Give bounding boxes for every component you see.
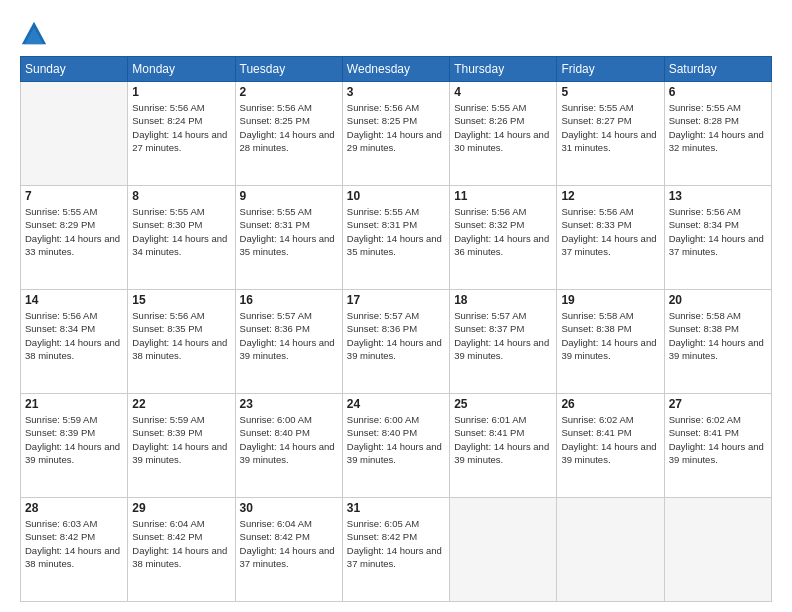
calendar-header-sunday: Sunday (21, 57, 128, 82)
calendar-cell: 31Sunrise: 6:05 AMSunset: 8:42 PMDayligh… (342, 498, 449, 602)
day-info: Sunrise: 6:01 AMSunset: 8:41 PMDaylight:… (454, 413, 552, 466)
day-number: 6 (669, 85, 767, 99)
calendar-week-row: 7Sunrise: 5:55 AMSunset: 8:29 PMDaylight… (21, 186, 772, 290)
day-info: Sunrise: 5:55 AMSunset: 8:29 PMDaylight:… (25, 205, 123, 258)
calendar-week-row: 28Sunrise: 6:03 AMSunset: 8:42 PMDayligh… (21, 498, 772, 602)
day-info: Sunrise: 5:56 AMSunset: 8:25 PMDaylight:… (240, 101, 338, 154)
calendar-cell: 21Sunrise: 5:59 AMSunset: 8:39 PMDayligh… (21, 394, 128, 498)
day-number: 3 (347, 85, 445, 99)
day-number: 16 (240, 293, 338, 307)
day-number: 9 (240, 189, 338, 203)
day-info: Sunrise: 5:55 AMSunset: 8:26 PMDaylight:… (454, 101, 552, 154)
day-number: 7 (25, 189, 123, 203)
day-number: 15 (132, 293, 230, 307)
calendar-cell (450, 498, 557, 602)
calendar-cell: 11Sunrise: 5:56 AMSunset: 8:32 PMDayligh… (450, 186, 557, 290)
day-info: Sunrise: 6:00 AMSunset: 8:40 PMDaylight:… (240, 413, 338, 466)
day-info: Sunrise: 5:57 AMSunset: 8:36 PMDaylight:… (240, 309, 338, 362)
calendar-week-row: 1Sunrise: 5:56 AMSunset: 8:24 PMDaylight… (21, 82, 772, 186)
calendar-cell: 15Sunrise: 5:56 AMSunset: 8:35 PMDayligh… (128, 290, 235, 394)
day-info: Sunrise: 5:56 AMSunset: 8:24 PMDaylight:… (132, 101, 230, 154)
day-info: Sunrise: 5:56 AMSunset: 8:34 PMDaylight:… (25, 309, 123, 362)
calendar-cell: 13Sunrise: 5:56 AMSunset: 8:34 PMDayligh… (664, 186, 771, 290)
calendar-table: SundayMondayTuesdayWednesdayThursdayFrid… (20, 56, 772, 602)
calendar-header-row: SundayMondayTuesdayWednesdayThursdayFrid… (21, 57, 772, 82)
logo-icon (20, 20, 48, 48)
calendar-cell (21, 82, 128, 186)
calendar-cell: 16Sunrise: 5:57 AMSunset: 8:36 PMDayligh… (235, 290, 342, 394)
calendar-cell (664, 498, 771, 602)
day-info: Sunrise: 5:55 AMSunset: 8:27 PMDaylight:… (561, 101, 659, 154)
calendar-cell: 3Sunrise: 5:56 AMSunset: 8:25 PMDaylight… (342, 82, 449, 186)
day-number: 4 (454, 85, 552, 99)
calendar-cell: 25Sunrise: 6:01 AMSunset: 8:41 PMDayligh… (450, 394, 557, 498)
day-info: Sunrise: 6:04 AMSunset: 8:42 PMDaylight:… (240, 517, 338, 570)
calendar-header-wednesday: Wednesday (342, 57, 449, 82)
calendar-cell: 4Sunrise: 5:55 AMSunset: 8:26 PMDaylight… (450, 82, 557, 186)
day-info: Sunrise: 6:02 AMSunset: 8:41 PMDaylight:… (561, 413, 659, 466)
day-info: Sunrise: 6:04 AMSunset: 8:42 PMDaylight:… (132, 517, 230, 570)
calendar-cell: 20Sunrise: 5:58 AMSunset: 8:38 PMDayligh… (664, 290, 771, 394)
calendar-cell: 7Sunrise: 5:55 AMSunset: 8:29 PMDaylight… (21, 186, 128, 290)
day-info: Sunrise: 6:02 AMSunset: 8:41 PMDaylight:… (669, 413, 767, 466)
day-info: Sunrise: 6:00 AMSunset: 8:40 PMDaylight:… (347, 413, 445, 466)
calendar-cell: 1Sunrise: 5:56 AMSunset: 8:24 PMDaylight… (128, 82, 235, 186)
day-number: 2 (240, 85, 338, 99)
calendar-cell: 29Sunrise: 6:04 AMSunset: 8:42 PMDayligh… (128, 498, 235, 602)
calendar-cell: 18Sunrise: 5:57 AMSunset: 8:37 PMDayligh… (450, 290, 557, 394)
day-number: 29 (132, 501, 230, 515)
day-number: 8 (132, 189, 230, 203)
day-info: Sunrise: 5:59 AMSunset: 8:39 PMDaylight:… (132, 413, 230, 466)
day-info: Sunrise: 5:55 AMSunset: 8:28 PMDaylight:… (669, 101, 767, 154)
day-number: 28 (25, 501, 123, 515)
calendar-cell: 23Sunrise: 6:00 AMSunset: 8:40 PMDayligh… (235, 394, 342, 498)
day-number: 14 (25, 293, 123, 307)
day-number: 19 (561, 293, 659, 307)
day-number: 17 (347, 293, 445, 307)
day-number: 31 (347, 501, 445, 515)
calendar-cell: 28Sunrise: 6:03 AMSunset: 8:42 PMDayligh… (21, 498, 128, 602)
calendar-cell: 30Sunrise: 6:04 AMSunset: 8:42 PMDayligh… (235, 498, 342, 602)
day-info: Sunrise: 5:56 AMSunset: 8:32 PMDaylight:… (454, 205, 552, 258)
calendar-week-row: 21Sunrise: 5:59 AMSunset: 8:39 PMDayligh… (21, 394, 772, 498)
day-number: 18 (454, 293, 552, 307)
day-number: 12 (561, 189, 659, 203)
day-info: Sunrise: 5:56 AMSunset: 8:35 PMDaylight:… (132, 309, 230, 362)
calendar-header-monday: Monday (128, 57, 235, 82)
calendar-page: SundayMondayTuesdayWednesdayThursdayFrid… (0, 0, 792, 612)
day-number: 24 (347, 397, 445, 411)
calendar-cell: 26Sunrise: 6:02 AMSunset: 8:41 PMDayligh… (557, 394, 664, 498)
calendar-cell: 10Sunrise: 5:55 AMSunset: 8:31 PMDayligh… (342, 186, 449, 290)
day-number: 27 (669, 397, 767, 411)
calendar-header-saturday: Saturday (664, 57, 771, 82)
calendar-cell (557, 498, 664, 602)
day-info: Sunrise: 5:55 AMSunset: 8:31 PMDaylight:… (240, 205, 338, 258)
day-info: Sunrise: 5:56 AMSunset: 8:33 PMDaylight:… (561, 205, 659, 258)
calendar-cell: 9Sunrise: 5:55 AMSunset: 8:31 PMDaylight… (235, 186, 342, 290)
calendar-header-thursday: Thursday (450, 57, 557, 82)
calendar-cell: 24Sunrise: 6:00 AMSunset: 8:40 PMDayligh… (342, 394, 449, 498)
day-info: Sunrise: 5:58 AMSunset: 8:38 PMDaylight:… (669, 309, 767, 362)
calendar-cell: 22Sunrise: 5:59 AMSunset: 8:39 PMDayligh… (128, 394, 235, 498)
day-number: 13 (669, 189, 767, 203)
day-number: 1 (132, 85, 230, 99)
calendar-cell: 17Sunrise: 5:57 AMSunset: 8:36 PMDayligh… (342, 290, 449, 394)
calendar-cell: 19Sunrise: 5:58 AMSunset: 8:38 PMDayligh… (557, 290, 664, 394)
day-info: Sunrise: 5:59 AMSunset: 8:39 PMDaylight:… (25, 413, 123, 466)
day-info: Sunrise: 6:03 AMSunset: 8:42 PMDaylight:… (25, 517, 123, 570)
calendar-header-tuesday: Tuesday (235, 57, 342, 82)
logo (20, 20, 52, 48)
day-number: 10 (347, 189, 445, 203)
day-number: 30 (240, 501, 338, 515)
calendar-header-friday: Friday (557, 57, 664, 82)
day-info: Sunrise: 5:56 AMSunset: 8:25 PMDaylight:… (347, 101, 445, 154)
day-number: 11 (454, 189, 552, 203)
calendar-cell: 14Sunrise: 5:56 AMSunset: 8:34 PMDayligh… (21, 290, 128, 394)
calendar-cell: 2Sunrise: 5:56 AMSunset: 8:25 PMDaylight… (235, 82, 342, 186)
day-info: Sunrise: 5:57 AMSunset: 8:36 PMDaylight:… (347, 309, 445, 362)
calendar-cell: 27Sunrise: 6:02 AMSunset: 8:41 PMDayligh… (664, 394, 771, 498)
day-number: 25 (454, 397, 552, 411)
header (20, 20, 772, 48)
day-number: 26 (561, 397, 659, 411)
calendar-cell: 6Sunrise: 5:55 AMSunset: 8:28 PMDaylight… (664, 82, 771, 186)
